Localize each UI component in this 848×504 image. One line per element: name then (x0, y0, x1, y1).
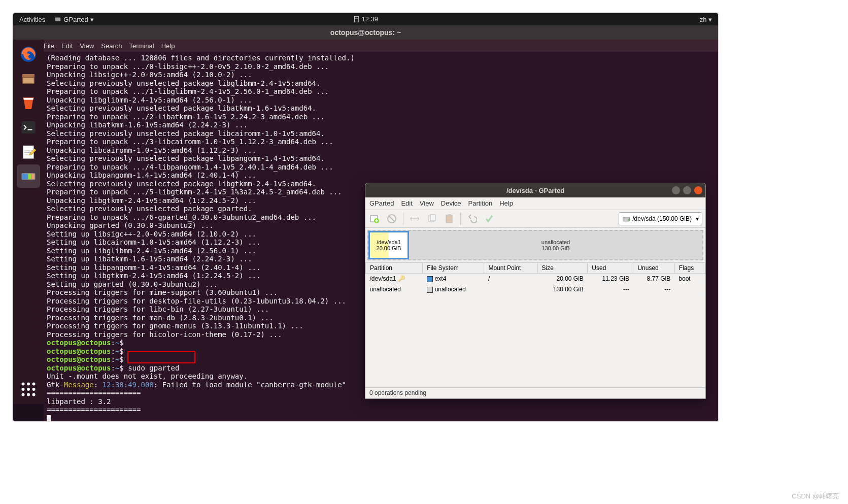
gparted-icon (54, 16, 61, 23)
col-size[interactable]: Size (537, 263, 588, 274)
svg-rect-24 (430, 215, 435, 221)
col-mount-point[interactable]: Mount Point (484, 263, 537, 274)
terminal-icon[interactable] (17, 116, 40, 139)
app-indicator[interactable]: GParted ▾ (54, 16, 93, 23)
minimize-button[interactable] (672, 186, 680, 194)
svg-point-15 (27, 388, 30, 391)
new-partition-button[interactable] (368, 213, 381, 225)
maximize-button[interactable] (683, 186, 691, 194)
svg-point-14 (22, 388, 25, 391)
terminal-menubar: FileEditViewSearchTerminalHelp (13, 40, 718, 52)
svg-point-16 (32, 388, 36, 391)
gparted-menubar: GPartedEditViewDevicePartitionHelp (365, 197, 705, 210)
gmenu-help[interactable]: Help (499, 199, 513, 207)
svg-rect-3 (22, 74, 35, 77)
gnome-top-bar: Activities GParted ▾ 日 12:39 zh ▾ (13, 13, 718, 25)
firefox-icon[interactable] (17, 43, 40, 66)
gmenu-device[interactable]: Device (441, 199, 461, 207)
col-unused[interactable]: Unused (633, 263, 674, 274)
unallocated-block[interactable]: unallocated130.00 GiB (409, 231, 702, 259)
svg-rect-25 (446, 215, 452, 223)
ubuntu-dock (13, 40, 44, 404)
terminal-titlebar: octopus@octopus: ~ (13, 25, 718, 40)
svg-rect-5 (22, 121, 36, 133)
svg-point-18 (27, 393, 30, 396)
delete-button (386, 213, 398, 225)
svg-point-11 (22, 383, 25, 386)
files-icon[interactable] (17, 67, 40, 90)
apply-button (483, 213, 495, 225)
menu-help[interactable]: Help (161, 42, 175, 50)
menu-edit[interactable]: Edit (61, 42, 73, 50)
gmenu-partition[interactable]: Partition (468, 199, 493, 207)
partition-block-sda1[interactable]: /dev/sda120.00 GiB (368, 231, 409, 259)
clock[interactable]: 日 12:39 (353, 15, 378, 24)
svg-rect-8 (22, 174, 28, 180)
svg-rect-0 (55, 18, 61, 21)
copy-button (426, 213, 438, 225)
col-file-system[interactable]: File System (423, 263, 484, 274)
svg-point-17 (22, 393, 25, 396)
svg-point-13 (32, 383, 36, 386)
svg-rect-10 (31, 174, 35, 180)
disk-graph[interactable]: /dev/sda120.00 GiB unallocated130.00 GiB (367, 230, 703, 260)
menu-view[interactable]: View (80, 42, 94, 50)
gmenu-gparted[interactable]: GParted (369, 199, 394, 207)
undo-button (466, 213, 478, 225)
svg-point-12 (27, 383, 30, 386)
harddisk-icon (622, 215, 630, 223)
svg-rect-4 (23, 78, 34, 84)
input-source-indicator[interactable]: zh ▾ (700, 16, 712, 23)
menu-search[interactable]: Search (101, 42, 122, 50)
software-icon[interactable] (17, 91, 40, 115)
table-row[interactable]: unallocated unallocated 130.00 GiB------ (366, 284, 705, 295)
gparted-titlebar: /dev/sda - GParted (365, 183, 705, 197)
activities-button[interactable]: Activities (19, 16, 45, 23)
col-flags[interactable]: Flags (674, 263, 705, 274)
gparted-statusbar: 0 operations pending (365, 387, 705, 398)
device-selector[interactable]: /dev/sda (150.00 GiB) (619, 212, 702, 225)
text-editor-icon[interactable] (17, 140, 40, 163)
resize-button (409, 213, 421, 225)
col-used[interactable]: Used (588, 263, 633, 274)
menu-file[interactable]: File (44, 42, 54, 50)
svg-rect-26 (448, 214, 451, 216)
show-applications-icon[interactable] (17, 378, 40, 401)
svg-point-19 (32, 393, 36, 396)
gparted-dock-icon[interactable] (17, 164, 40, 188)
partition-table[interactable]: PartitionFile SystemMount PointSizeUsedU… (365, 262, 705, 295)
close-button[interactable] (694, 186, 702, 194)
watermark: CSDN @韩曙亮 (792, 492, 839, 501)
col-partition[interactable]: Partition (366, 263, 423, 274)
gparted-toolbar: /dev/sda (150.00 GiB) (365, 210, 705, 228)
paste-button (443, 213, 455, 225)
gmenu-edit[interactable]: Edit (401, 199, 412, 207)
menu-terminal[interactable]: Terminal (129, 42, 154, 50)
svg-rect-9 (28, 174, 31, 180)
gparted-window: /dev/sda - GParted GPartedEditViewDevice… (365, 183, 706, 399)
svg-point-28 (628, 219, 629, 220)
svg-rect-27 (623, 217, 630, 221)
gmenu-view[interactable]: View (420, 199, 434, 207)
desktop-screenshot: Activities GParted ▾ 日 12:39 zh ▾ octopu… (12, 12, 719, 422)
table-row[interactable]: /dev/sda1 🔑 ext4 /20.00 GiB11.23 GiB8.77… (366, 274, 705, 284)
